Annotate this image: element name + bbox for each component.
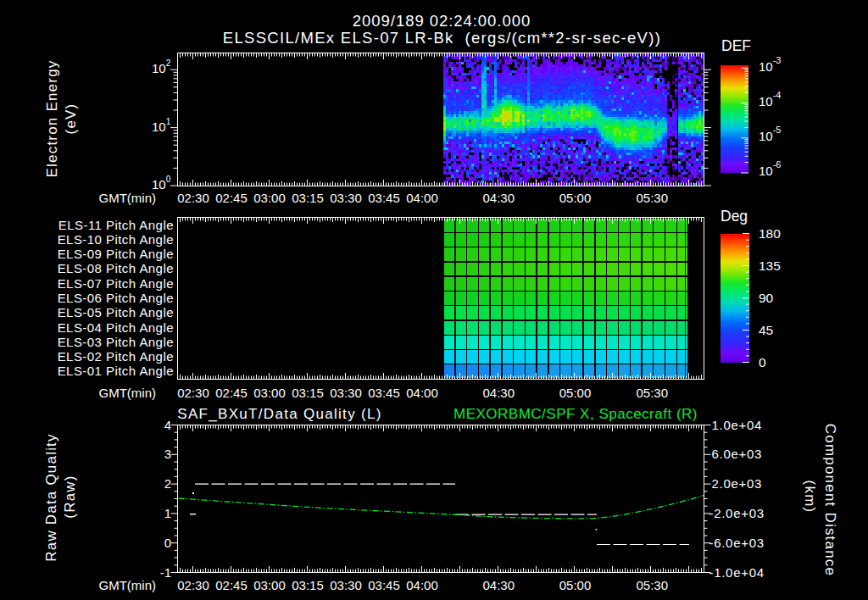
svg-text:03:15: 03:15 [292, 386, 324, 400]
svg-text:MEXORBMC/SPF X, Spacecraft (R): MEXORBMC/SPF X, Spacecraft (R) [453, 406, 698, 422]
svg-text:03:30: 03:30 [330, 386, 362, 400]
svg-text:ELS-02 Pitch Angle: ELS-02 Pitch Angle [58, 349, 174, 364]
svg-text:03:30: 03:30 [330, 191, 362, 205]
svg-text:135: 135 [759, 258, 781, 273]
svg-text:90: 90 [759, 291, 774, 305]
svg-text:1: 1 [164, 506, 171, 520]
svg-text:03:45: 03:45 [368, 386, 400, 400]
svg-text:ELS-10 Pitch Angle: ELS-10 Pitch Angle [58, 232, 174, 247]
svg-text:ELS-01 Pitch Angle: ELS-01 Pitch Angle [58, 364, 174, 378]
svg-text:Raw Data Quality: Raw Data Quality [43, 433, 59, 561]
svg-text:2.0e+03: 2.0e+03 [712, 476, 763, 491]
svg-text:(km): (km) [802, 481, 818, 514]
svg-text:(eV): (eV) [63, 103, 79, 135]
svg-text:03:30: 03:30 [330, 578, 362, 592]
svg-text:-1.0e+04: -1.0e+04 [709, 565, 765, 580]
svg-text:02:45: 02:45 [215, 386, 248, 400]
svg-text:Deg: Deg [721, 208, 748, 225]
svg-text:180: 180 [759, 226, 781, 241]
svg-text:03:15: 03:15 [292, 191, 324, 205]
svg-text:45: 45 [759, 323, 773, 337]
svg-text:ELS-06 Pitch Angle: ELS-06 Pitch Angle [58, 291, 174, 305]
svg-text:05:30: 05:30 [637, 578, 669, 592]
svg-text:04:30: 04:30 [483, 386, 515, 400]
svg-text:1.0e+04: 1.0e+04 [712, 418, 763, 432]
svg-text:ELS-07 Pitch Angle: ELS-07 Pitch Angle [58, 276, 174, 291]
svg-text:05:30: 05:30 [637, 191, 669, 205]
svg-text:05:00: 05:00 [559, 386, 592, 400]
svg-text:GMT(min): GMT(min) [99, 386, 157, 400]
svg-text:02:30: 02:30 [177, 386, 209, 400]
svg-text:0: 0 [759, 355, 766, 369]
svg-text:GMT(min): GMT(min) [99, 578, 157, 592]
svg-text:ELS-08 Pitch Angle: ELS-08 Pitch Angle [58, 261, 174, 275]
svg-text:ELS-11 Pitch Angle: ELS-11 Pitch Angle [58, 218, 174, 232]
svg-text:ELS-04 Pitch Angle: ELS-04 Pitch Angle [58, 320, 174, 335]
svg-text:03:00: 03:00 [253, 191, 286, 205]
svg-text:4: 4 [164, 418, 171, 432]
svg-text:03:00: 03:00 [253, 578, 286, 592]
svg-text:02:45: 02:45 [215, 578, 248, 592]
svg-text:Electron Energy: Electron Energy [44, 60, 60, 178]
svg-text:-2.0e+03: -2.0e+03 [709, 506, 765, 520]
svg-text:03:45: 03:45 [368, 191, 400, 205]
svg-text:DEF: DEF [721, 37, 751, 54]
svg-text:2: 2 [164, 476, 171, 491]
svg-text:04:00: 04:00 [406, 578, 438, 592]
svg-text:GMT(min): GMT(min) [99, 191, 157, 205]
svg-text:-6.0e+03: -6.0e+03 [709, 536, 765, 550]
svg-text:Component Distance: Component Distance [822, 424, 838, 576]
svg-text:04:30: 04:30 [483, 191, 515, 205]
svg-text:ELSSCIL/MEx ELS-07 LR-Bk (erg: ELSSCIL/MEx ELS-07 LR-Bk (ergs/(cm**2-sr… [223, 29, 661, 47]
svg-text:02:45: 02:45 [215, 191, 248, 205]
svg-text:02:30: 02:30 [177, 578, 209, 592]
svg-text:04:30: 04:30 [483, 578, 515, 592]
svg-text:05:30: 05:30 [637, 386, 669, 400]
svg-text:6.0e+03: 6.0e+03 [712, 447, 763, 461]
svg-text:03:45: 03:45 [368, 578, 400, 592]
svg-text:02:30: 02:30 [177, 191, 209, 205]
svg-text:03:15: 03:15 [292, 578, 324, 592]
svg-text:03:00: 03:00 [253, 386, 286, 400]
svg-text:3: 3 [164, 447, 171, 461]
svg-text:05:00: 05:00 [559, 191, 592, 205]
svg-text:04:00: 04:00 [406, 191, 438, 205]
svg-text:05:00: 05:00 [559, 578, 592, 592]
svg-text:SAF_BXuT/Data Quality (L): SAF_BXuT/Data Quality (L) [177, 406, 381, 422]
svg-text:0: 0 [164, 536, 171, 550]
svg-text:ELS-03 Pitch Angle: ELS-03 Pitch Angle [58, 335, 174, 349]
svg-text:(Raw): (Raw) [62, 475, 78, 518]
svg-text:ELS-09 Pitch Angle: ELS-09 Pitch Angle [58, 247, 174, 261]
svg-text:2009/189 02:24:00.000: 2009/189 02:24:00.000 [353, 12, 531, 30]
svg-text:ELS-05 Pitch Angle: ELS-05 Pitch Angle [58, 305, 174, 319]
svg-text:04:00: 04:00 [406, 386, 438, 400]
svg-text:-1: -1 [160, 565, 171, 580]
